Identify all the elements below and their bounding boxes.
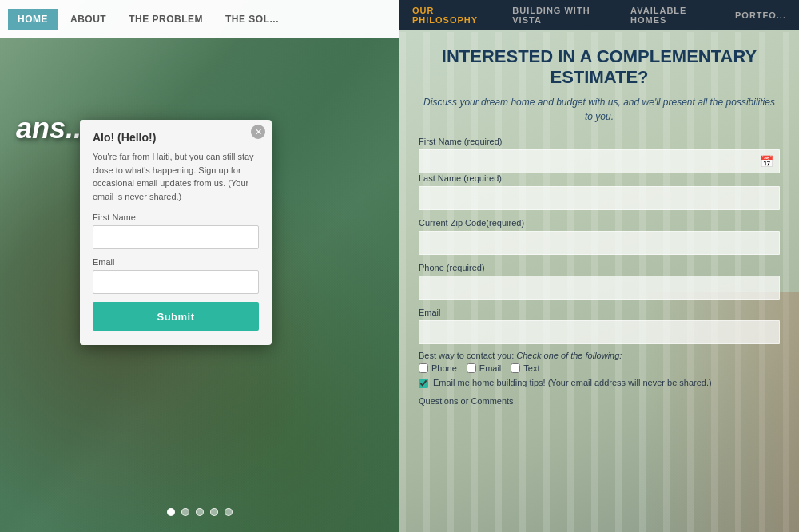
carousel-dot-3[interactable] — [196, 508, 204, 516]
email-label: Email — [419, 308, 780, 317]
contact-email-label: Email — [479, 363, 502, 373]
popup-email-label: Email — [93, 257, 259, 267]
right-nav-building[interactable]: BUILDING WITH VISTA — [512, 6, 614, 25]
contact-text-checkbox[interactable] — [511, 363, 520, 373]
comments-label: Questions or Comments — [419, 396, 780, 406]
popup-close-button[interactable]: ✕ — [251, 125, 265, 139]
right-panel: OUR PHILOSOPHY BUILDING WITH VISTA AVAIL… — [400, 0, 799, 532]
popup-first-name-label: First Name — [93, 212, 259, 222]
form-subheading: Discuss your dream home and budget with … — [419, 95, 780, 124]
form-heading: INTERESTED IN A COMPLEMENTARY ESTIMATE? — [419, 46, 780, 89]
estimate-form-container: INTERESTED IN A COMPLEMENTARY ESTIMATE? … — [400, 30, 799, 532]
contact-email-checkbox[interactable] — [467, 363, 476, 373]
first-name-input[interactable] — [419, 149, 780, 173]
contact-phone-item: Phone — [419, 363, 457, 373]
popup-title: Alo! (Hello!) — [93, 131, 259, 144]
popup-first-name-input[interactable] — [93, 225, 259, 249]
phone-label: Phone (required) — [419, 263, 780, 272]
phone-input[interactable] — [419, 276, 780, 300]
popup-submit-button[interactable]: Submit — [93, 302, 259, 331]
email-tip-row: Email me home building tips! (Your email… — [419, 378, 780, 388]
carousel-dot-4[interactable] — [210, 508, 218, 516]
popup-modal: ✕ Alo! (Hello!) You're far from Haiti, b… — [80, 120, 272, 345]
hero-text: ans... — [16, 112, 89, 145]
right-nav-homes[interactable]: AVAILABLE HOMES — [630, 6, 719, 25]
carousel-dots — [167, 508, 233, 516]
contact-options-row: Phone Email Text — [419, 363, 780, 373]
contact-text-item: Text — [511, 363, 539, 373]
nav-item-home[interactable]: HOME — [8, 9, 58, 30]
last-name-input[interactable] — [419, 186, 780, 210]
contact-phone-label: Phone — [431, 363, 457, 373]
popup-email-input[interactable] — [93, 270, 259, 294]
contact-text-label: Text — [523, 363, 539, 373]
contact-method-label: Best way to contact you: Check one of th… — [419, 351, 780, 360]
carousel-dot-5[interactable] — [225, 508, 233, 516]
left-panel: HOME ABOUT THE PROBLEM THE SOL... ans...… — [0, 0, 400, 532]
carousel-dot-1[interactable] — [167, 508, 175, 516]
email-tip-checkbox[interactable] — [419, 379, 428, 388]
right-navbar: OUR PHILOSOPHY BUILDING WITH VISTA AVAIL… — [400, 0, 799, 30]
zip-label: Current Zip Code(required) — [419, 218, 780, 228]
zip-input[interactable] — [419, 231, 780, 255]
carousel-dot-2[interactable] — [181, 508, 189, 516]
right-nav-portfolio[interactable]: PORTFO... — [735, 10, 786, 20]
email-input[interactable] — [419, 320, 780, 344]
left-navbar: HOME ABOUT THE PROBLEM THE SOL... — [0, 0, 400, 38]
calendar-icon: 📅 — [760, 155, 773, 168]
contact-email-item: Email — [467, 363, 502, 373]
last-name-label: Last Name (required) — [419, 173, 780, 183]
contact-phone-checkbox[interactable] — [419, 363, 428, 373]
first-name-label: First Name (required) — [419, 137, 780, 146]
right-nav-philosophy[interactable]: OUR PHILOSOPHY — [412, 6, 496, 25]
first-name-input-wrapper: 📅 — [419, 149, 780, 173]
nav-item-solution[interactable]: THE SOL... — [216, 9, 288, 30]
email-tip-label: Email me home building tips! (Your email… — [433, 378, 712, 387]
popup-body: You're far from Haiti, but you can still… — [93, 150, 259, 203]
nav-item-about[interactable]: ABOUT — [61, 9, 116, 30]
nav-item-problem[interactable]: THE PROBLEM — [119, 9, 213, 30]
